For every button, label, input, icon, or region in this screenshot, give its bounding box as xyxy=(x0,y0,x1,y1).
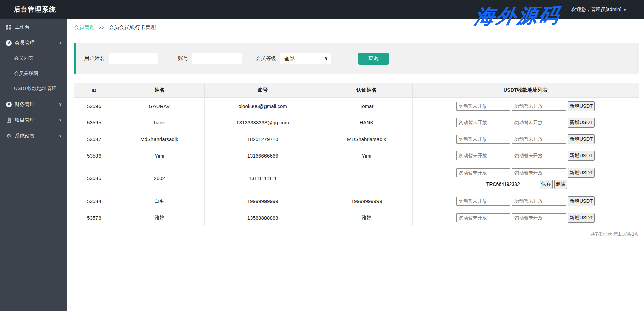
breadcrumb: 会员管理 >> 会员会员银行卡管理 xyxy=(67,19,644,36)
usdt-address-input-2[interactable] xyxy=(512,102,566,111)
cell-id: 53587 xyxy=(74,131,114,147)
usdt-address-input-2[interactable] xyxy=(512,197,566,206)
pagination-text: 共 xyxy=(591,231,595,237)
cell-id: 53596 xyxy=(74,98,114,114)
member-icon: V xyxy=(6,40,12,46)
sidebar-item-member-network[interactable]: 会员关联网 xyxy=(0,66,67,81)
header-verified-name: 认证姓名 xyxy=(321,83,412,98)
cell-usdt: 新增USDT xyxy=(412,98,639,114)
usdt-address-input-1[interactable] xyxy=(456,168,510,177)
usdt-address-input-1[interactable] xyxy=(456,213,510,222)
table-row: 53585 2002 13111111111 新增USDT 保存 xyxy=(74,164,639,193)
sidebar-subitem-label: USDT收款地址管理 xyxy=(14,85,56,92)
sidebar-item-usdt-address[interactable]: USDT收款地址管理 xyxy=(0,81,67,96)
add-usdt-button[interactable]: 新增USDT xyxy=(568,101,595,111)
save-button[interactable]: 保存 xyxy=(540,180,553,189)
cell-id: 53585 xyxy=(74,164,114,193)
add-usdt-button[interactable]: 新增USDT xyxy=(568,213,595,223)
sidebar-subitem-label: 会员列表 xyxy=(14,55,33,61)
sidebar-item-label: 会员管理 xyxy=(15,40,35,46)
account-label: 账号 xyxy=(178,55,188,62)
add-usdt-button[interactable]: 新增USDT xyxy=(568,196,595,206)
cell-verified xyxy=(321,164,412,193)
cell-verified: 19999999999 xyxy=(321,193,412,209)
add-usdt-button[interactable]: 新增USDT xyxy=(568,118,595,128)
member-level-label: 会员等级 xyxy=(256,55,276,62)
pagination-text: 条记录 第 xyxy=(598,231,618,237)
table-row: 53586 Yimi 13166666666 Yimi 新增USDT xyxy=(74,147,639,164)
user-menu[interactable]: 欢迎您，管理员[admin] ∨ xyxy=(571,6,626,13)
usdt-address-input-2[interactable] xyxy=(512,118,566,127)
cell-name: GAURAV xyxy=(114,98,204,114)
table-row: 53587 MdShahriarsadik 18201279710 MDShah… xyxy=(74,131,639,147)
table-row: 53578 雅婷 13588888888 雅婷 新增USDT xyxy=(74,209,639,226)
sidebar-item-label: 财务管理 xyxy=(15,101,35,108)
members-table: ID 姓名 账号 认证姓名 USDT收款地址列表 53596 GAURAV ol… xyxy=(74,83,639,226)
chevron-down-icon: ∨ xyxy=(59,134,62,138)
sidebar-item-project[interactable]: 项目管理 ∨ xyxy=(0,112,67,128)
table-row: 53596 GAURAV olook306@gmail.com Tomar 新增… xyxy=(74,98,639,114)
cell-verified: Yimi xyxy=(321,147,412,164)
cell-account: 13588888888 xyxy=(204,209,321,226)
page-title: 会员会员银行卡管理 xyxy=(109,24,156,31)
sidebar: 工作台 V 会员管理 ∧ 会员列表 会员关联网 USDT收款地址管理 ¥ 财务管… xyxy=(0,19,67,311)
sidebar-subitem-label: 会员关联网 xyxy=(14,70,38,77)
sidebar-item-member-management[interactable]: V 会员管理 ∧ xyxy=(0,35,67,51)
cell-verified: 雅婷 xyxy=(321,209,412,226)
breadcrumb-parent-link[interactable]: 会员管理 xyxy=(74,24,95,31)
cell-id: 53578 xyxy=(74,209,114,226)
cell-verified: MDShahriarsadik xyxy=(321,131,412,147)
cell-name: 雅婷 xyxy=(114,209,204,226)
username-input[interactable] xyxy=(109,53,158,64)
cell-name: 白毛 xyxy=(114,193,204,209)
pagination-summary: 共7条记录 第1页/共1页 xyxy=(74,231,639,237)
chevron-up-icon: ∧ xyxy=(59,40,62,45)
usdt-address-input-1[interactable] xyxy=(456,151,510,160)
gear-icon: ⚙ xyxy=(6,133,12,139)
cell-usdt: 新增USDT xyxy=(412,193,639,209)
header-account: 账号 xyxy=(204,83,321,98)
breadcrumb-separator: >> xyxy=(99,25,105,30)
cell-verified: HANK xyxy=(321,114,412,131)
sidebar-item-finance[interactable]: ¥ 财务管理 ∨ xyxy=(0,96,67,112)
sidebar-item-settings[interactable]: ⚙ 系统设置 ∨ xyxy=(0,128,67,144)
cell-account: 13166666666 xyxy=(204,147,321,164)
usdt-address-input-2[interactable] xyxy=(512,168,566,177)
sidebar-item-member-list[interactable]: 会员列表 xyxy=(0,51,67,66)
usdt-address-input-1[interactable] xyxy=(456,118,510,127)
main-area: 会员管理 >> 会员会员银行卡管理 用户姓名 账号 会员等级 全部 ∨ 查询 xyxy=(67,19,644,311)
add-usdt-button[interactable]: 新增USDT xyxy=(568,151,595,161)
usdt-address-input-1[interactable] xyxy=(456,197,510,206)
finance-icon: ¥ xyxy=(6,102,12,107)
add-usdt-button[interactable]: 新增USDT xyxy=(568,168,595,178)
search-button[interactable]: 查询 xyxy=(358,53,389,65)
cell-account: olook306@gmail.com xyxy=(204,98,321,114)
cell-account: 13133333333@qq.com xyxy=(204,114,321,131)
cell-usdt: 新增USDT 保存 删除 xyxy=(412,164,639,193)
usdt-address-input-1[interactable] xyxy=(456,135,510,144)
delete-button[interactable]: 删除 xyxy=(554,180,567,189)
header-id: ID xyxy=(74,83,114,98)
sidebar-item-label: 系统设置 xyxy=(15,133,35,139)
usdt-address-input-2[interactable] xyxy=(512,213,566,222)
table-header-row: ID 姓名 账号 认证姓名 USDT收款地址列表 xyxy=(74,83,639,98)
cell-usdt: 新增USDT xyxy=(412,114,639,131)
chevron-down-icon: ∨ xyxy=(59,118,62,122)
cell-id: 53586 xyxy=(74,147,114,164)
clipboard-icon xyxy=(6,117,12,123)
content: 用户姓名 账号 会员等级 全部 ∨ 查询 ID 姓名 账号 xyxy=(67,36,644,237)
sidebar-item-label: 项目管理 xyxy=(15,117,35,123)
cell-usdt: 新增USDT xyxy=(412,131,639,147)
add-usdt-button[interactable]: 新增USDT xyxy=(568,134,595,144)
sidebar-item-workbench[interactable]: 工作台 xyxy=(0,19,67,35)
usdt-address-input-1[interactable] xyxy=(456,102,510,111)
divider xyxy=(0,144,67,144)
cell-id: 53584 xyxy=(74,193,114,209)
account-input[interactable] xyxy=(192,53,242,64)
member-level-select-wrap: 全部 ∨ xyxy=(280,53,331,64)
cell-id: 53595 xyxy=(74,114,114,131)
usdt-address-input-2[interactable] xyxy=(512,151,566,160)
usdt-address-value-input[interactable] xyxy=(484,180,538,189)
member-level-select[interactable]: 全部 xyxy=(280,53,331,64)
usdt-address-input-2[interactable] xyxy=(512,135,566,144)
